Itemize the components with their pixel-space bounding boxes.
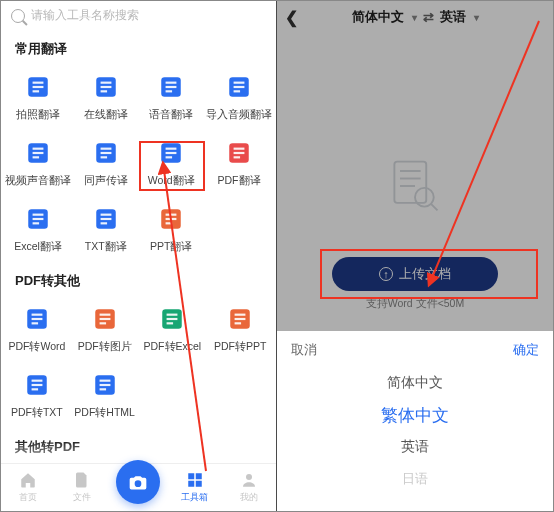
svg-rect-42	[166, 218, 177, 220]
svg-rect-2	[33, 86, 44, 88]
src-lang[interactable]: 简体中文	[352, 8, 404, 26]
tool-label: 导入音频翻译	[206, 108, 272, 122]
tool-item[interactable]: Excel翻译	[3, 196, 73, 262]
tool-item[interactable]: PDF转Excel	[139, 296, 207, 362]
tool-item[interactable]: PDF转TXT	[3, 362, 71, 428]
dst-lang[interactable]: 英语	[440, 8, 466, 26]
tool-item[interactable]: 在线翻译	[73, 64, 139, 130]
chevron-down-icon: ▾	[474, 12, 479, 23]
svg-line-90	[431, 204, 438, 211]
upload-plus-icon: ↑	[379, 267, 393, 281]
svg-rect-27	[166, 156, 173, 158]
tool-label: PDF转图片	[78, 340, 132, 354]
bottom-tabbar: 首页 文件 工具箱 我的	[1, 463, 276, 511]
svg-rect-39	[100, 222, 107, 224]
tool-icon	[90, 370, 120, 400]
svg-rect-65	[99, 380, 110, 382]
tool-item[interactable]: PDF转Word	[3, 296, 71, 362]
tool-item[interactable]: PDF转图片	[71, 296, 139, 362]
tool-label: PDF转HTML	[74, 406, 135, 420]
sheet-cancel[interactable]: 取消	[291, 341, 317, 359]
svg-rect-10	[166, 86, 177, 88]
tool-icon	[156, 204, 186, 234]
sheet-option[interactable]: 繁体中文	[381, 399, 449, 431]
tool-icon	[91, 72, 121, 102]
swap-icon[interactable]: ⇄	[423, 10, 434, 25]
tool-item[interactable]: 同声传译	[73, 130, 139, 196]
svg-rect-22	[100, 152, 111, 154]
tool-icon	[156, 138, 186, 168]
svg-rect-26	[166, 152, 177, 154]
svg-rect-62	[31, 384, 42, 386]
sheet-option[interactable]: 日语	[402, 463, 428, 495]
svg-rect-34	[33, 218, 44, 220]
section-pdf2-title: PDF转其他	[1, 262, 276, 296]
svg-rect-43	[166, 222, 173, 224]
tab-mine[interactable]: 我的	[229, 471, 269, 504]
tool-icon	[23, 72, 53, 102]
svg-rect-38	[100, 218, 111, 220]
svg-point-84	[246, 474, 252, 480]
tool-item[interactable]: PPT翻译	[139, 196, 205, 262]
svg-rect-45	[31, 314, 42, 316]
svg-rect-23	[100, 156, 107, 158]
tool-icon	[224, 72, 254, 102]
sheet-ok[interactable]: 确定	[513, 341, 539, 359]
tool-item[interactable]: PDF转HTML	[71, 362, 139, 428]
right-pane: ❮ 简体中文▾ ⇄ 英语▾ ↑ 上传文档 支持Word 文件<50M	[277, 1, 553, 511]
language-picker-sheet: 取消 确定 简体中文繁体中文英语日语	[277, 331, 553, 511]
tool-item[interactable]: 拍照翻译	[3, 64, 73, 130]
svg-rect-33	[33, 214, 44, 216]
tool-icon	[157, 304, 187, 334]
tool-icon	[23, 204, 53, 234]
sheet-option[interactable]: 英语	[401, 431, 429, 463]
upload-button[interactable]: ↑ 上传文档	[332, 257, 498, 291]
tool-item[interactable]: Word翻译	[139, 130, 205, 196]
upload-label: 上传文档	[399, 265, 451, 283]
tab-home[interactable]: 首页	[8, 471, 48, 504]
tool-label: 拍照翻译	[16, 108, 60, 122]
svg-rect-57	[235, 314, 246, 316]
files-icon	[73, 471, 91, 489]
search-bar[interactable]: 请输入工具名称搜索	[1, 1, 276, 30]
svg-rect-1	[33, 82, 44, 84]
svg-rect-15	[234, 90, 241, 92]
tab-files[interactable]: 文件	[62, 471, 102, 504]
svg-rect-37	[100, 214, 111, 216]
tool-item[interactable]: TXT翻译	[73, 196, 139, 262]
user-icon	[240, 471, 258, 489]
tool-label: PDF转TXT	[11, 406, 63, 420]
svg-rect-17	[33, 148, 44, 150]
search-placeholder: 请输入工具名称搜索	[31, 7, 139, 24]
svg-rect-58	[235, 318, 246, 320]
svg-rect-21	[100, 148, 111, 150]
tab-files-label: 文件	[73, 491, 91, 504]
tool-item[interactable]: PDF翻译	[204, 130, 274, 196]
upload-hint: 支持Word 文件<50M	[277, 297, 553, 311]
sheet-option-list[interactable]: 简体中文繁体中文英语日语	[277, 367, 553, 495]
tool-item[interactable]: 视频声音翻译	[3, 130, 73, 196]
tool-item[interactable]: 导入音频翻译	[204, 64, 274, 130]
svg-rect-35	[33, 222, 40, 224]
svg-rect-7	[100, 90, 107, 92]
tab-home-label: 首页	[19, 491, 37, 504]
tool-label: TXT翻译	[85, 240, 127, 254]
tool-label: PPT翻译	[150, 240, 192, 254]
svg-rect-85	[394, 162, 426, 203]
tool-icon	[22, 370, 52, 400]
tool-item[interactable]: PDF转PPT	[206, 296, 274, 362]
section-other2pdf-title: 其他转PDF	[1, 428, 276, 462]
back-icon[interactable]: ❮	[285, 8, 298, 27]
tool-icon	[23, 138, 53, 168]
tool-item[interactable]: 语音翻译	[139, 64, 205, 130]
tool-icon	[156, 72, 186, 102]
svg-rect-5	[100, 82, 111, 84]
tool-label: 同声传译	[84, 174, 128, 188]
tools-icon	[186, 471, 204, 489]
fab-camera[interactable]	[116, 460, 160, 504]
tab-tools[interactable]: 工具箱	[175, 471, 215, 504]
svg-rect-47	[31, 322, 37, 324]
svg-rect-9	[166, 82, 177, 84]
sheet-option[interactable]: 简体中文	[387, 367, 443, 399]
svg-rect-59	[235, 322, 242, 324]
